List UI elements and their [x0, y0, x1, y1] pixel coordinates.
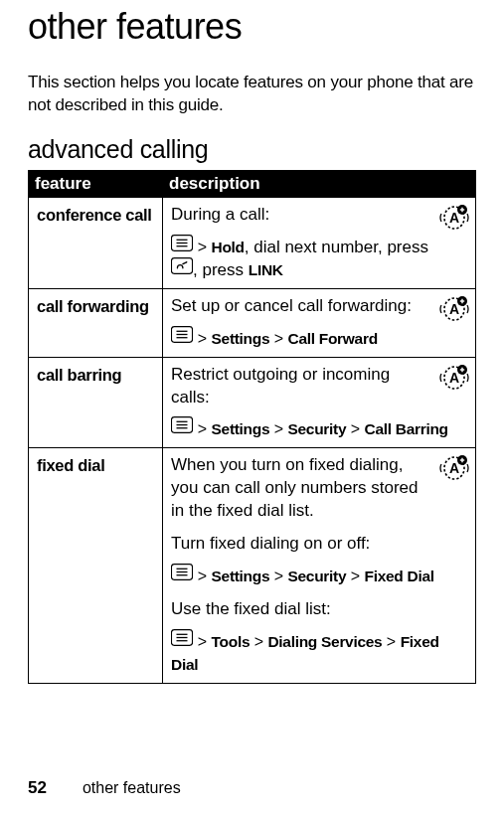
feature-name: fixed dial: [29, 448, 163, 684]
menu-key-icon: [171, 235, 193, 258]
footer-text: other features: [83, 779, 181, 797]
page-number: 52: [28, 778, 47, 798]
description-text: During a call:: [171, 204, 469, 227]
table-row: call barring Restrict outgoing or incomi…: [29, 357, 476, 448]
network-feature-icon: [439, 364, 469, 401]
page-footer: 52 other features: [28, 778, 181, 798]
network-feature-icon: [439, 454, 469, 491]
feature-description: Restrict outgoing or incoming calls: > S…: [163, 357, 476, 448]
description-text: Use the fixed dial list:: [171, 598, 469, 621]
description-path: > Settings > Call Forward: [171, 328, 469, 351]
description-path: > Tools > Dialing Services > Fixed Dial: [171, 631, 469, 677]
feature-description: Set up or cancel call forwarding: > Sett…: [163, 288, 476, 357]
feature-description: During a call: > Hold, dial next number,…: [163, 197, 476, 288]
send-key-icon: [171, 257, 193, 281]
description-path: > Settings > Security > Call Barring: [171, 418, 469, 441]
page-title: other features: [28, 0, 476, 72]
table-row: conference call During a call: > Hold, d…: [29, 197, 476, 288]
table-row: call forwarding Set up or cancel call fo…: [29, 288, 476, 357]
menu-key-icon: [171, 326, 193, 350]
header-feature: feature: [29, 170, 163, 197]
description-text: Restrict outgoing or incoming calls:: [171, 364, 469, 409]
network-feature-icon: [439, 295, 469, 332]
description-path: > Hold, dial next number, press , press …: [171, 237, 469, 282]
header-description: description: [163, 170, 476, 197]
feature-name: call barring: [29, 357, 163, 448]
table-row: fixed dial When you turn on fixed dialin…: [29, 448, 476, 684]
description-text: Set up or cancel call forwarding:: [171, 295, 469, 318]
menu-key-icon: [171, 629, 193, 653]
feature-description: When you turn on fixed dialing, you can …: [163, 448, 476, 684]
network-feature-icon: [439, 204, 469, 241]
description-path: > Settings > Security > Fixed Dial: [171, 566, 469, 588]
features-table: feature description conference call Duri…: [28, 170, 476, 684]
description-text: When you turn on fixed dialing, you can …: [171, 454, 469, 523]
intro-paragraph: This section helps you locate features o…: [28, 72, 476, 135]
section-heading: advanced calling: [28, 135, 476, 170]
description-text: Turn fixed dialing on or off:: [171, 533, 469, 556]
menu-key-icon: [171, 416, 193, 440]
menu-key-icon: [171, 564, 193, 587]
feature-name: conference call: [29, 197, 163, 288]
feature-name: call forwarding: [29, 288, 163, 357]
